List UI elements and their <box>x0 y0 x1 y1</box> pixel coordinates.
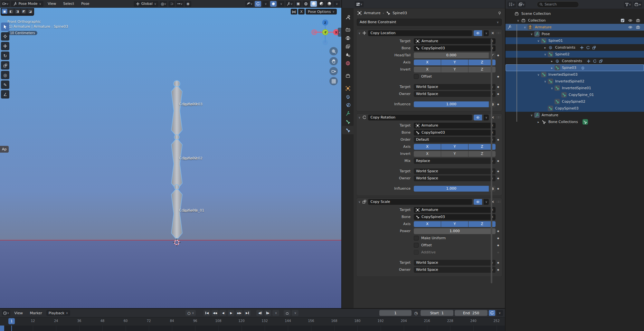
tab-bone-constraint[interactable] <box>342 126 354 134</box>
constraint-extras-button[interactable]: ∨ <box>484 199 489 205</box>
axis-y-button[interactable]: Y <box>441 60 468 65</box>
influence-clear-button[interactable]: ⊗ <box>489 186 496 192</box>
camera-view-button[interactable] <box>329 67 338 75</box>
influence-slider[interactable]: 1.000 <box>414 101 489 107</box>
timeline-menu-view[interactable]: View <box>12 310 26 316</box>
outliner-item-constraints[interactable]: ▸Constraints <box>506 58 644 64</box>
invert-y-button[interactable]: Y <box>441 151 468 157</box>
tab-physics[interactable] <box>342 92 354 101</box>
constraint-extras-button[interactable]: ∨ <box>484 115 489 120</box>
select-mode-invert[interactable]: ◩ <box>21 9 27 14</box>
make-uniform-checkbox[interactable] <box>414 236 419 241</box>
bone-field[interactable]: CopySpine03× <box>414 45 496 51</box>
bone-joint-sphere[interactable] <box>174 184 179 190</box>
owner-space-dropdown[interactable]: World Space∨ <box>414 91 496 97</box>
frame-back-button[interactable]: ◀ <box>256 310 263 316</box>
bone-tip-sphere[interactable] <box>174 80 180 87</box>
chevron-down-icon[interactable]: ∨ <box>522 26 527 29</box>
auto-keying-button[interactable]: ○∨ <box>185 310 196 316</box>
owner-space-dropdown[interactable]: World Space∨ <box>414 267 496 273</box>
chevron-down-icon[interactable]: ∨ <box>549 87 554 90</box>
timeline-track[interactable] <box>0 326 505 331</box>
frame-forward-button[interactable]: ▶ <box>264 310 271 316</box>
chevron-down-icon[interactable]: ∨ <box>543 80 548 83</box>
outliner-filter-id-button[interactable]: ∨ <box>517 2 526 7</box>
playhead-flag[interactable]: 1 <box>8 318 15 324</box>
chevron-down-icon[interactable]: ∨ <box>536 73 541 76</box>
breadcrumb-bone[interactable]: Spine03 <box>393 11 407 15</box>
overlays-toggle[interactable] <box>270 1 277 7</box>
select-mode-subtract[interactable]: ◨ <box>14 9 20 14</box>
mix-dropdown[interactable]: Replace∨ <box>414 158 496 164</box>
axis-x-button[interactable]: X <box>414 221 441 227</box>
jump-to-start-button[interactable]: ◀ <box>204 310 210 316</box>
collapse-chevron-icon[interactable]: ∨ <box>358 32 361 35</box>
bone-spine01[interactable] <box>171 189 182 238</box>
tool-rotate[interactable]: ↻ <box>1 52 9 60</box>
chevron-right-icon[interactable]: ▸ <box>543 46 548 49</box>
shading-solid-button[interactable] <box>310 1 317 7</box>
timeline-menu-playback[interactable]: Playback∨ <box>46 310 71 316</box>
collapse-chevron-icon[interactable]: ∨ <box>358 116 361 119</box>
gizmo-neg-x-axis[interactable] <box>312 30 317 35</box>
disable-render-camera-icon[interactable] <box>636 18 640 23</box>
pivot-point-button[interactable]: ◎∨ <box>160 1 167 7</box>
shading-wireframe-button[interactable] <box>303 1 309 7</box>
checkbox-icon[interactable] <box>620 18 625 23</box>
constraint-enable-eye-button[interactable] <box>474 30 482 36</box>
influence-slider[interactable]: 1.000 <box>414 186 489 192</box>
gizmo-dropdown[interactable]: ∨ <box>262 1 269 7</box>
outliner-item-copyspine-01[interactable]: CopySpine_01 <box>506 91 644 98</box>
menu-select[interactable]: Select <box>60 1 77 6</box>
tool-measure[interactable]: ∠ <box>1 90 9 99</box>
outliner-item-copyspine03[interactable]: CopySpine03 <box>506 105 644 112</box>
tab-constraint[interactable] <box>342 101 354 109</box>
timeline-editor-type-button[interactable]: ∨ <box>2 310 10 316</box>
timeline-ruler[interactable]: 1 12243648607284961081201321441561681801… <box>0 317 505 326</box>
additive-checkbox[interactable] <box>414 250 419 255</box>
next-keyframe-button[interactable]: ◆▶ <box>236 310 242 316</box>
playhead-line[interactable] <box>11 326 12 331</box>
gizmo-toggle[interactable] <box>255 1 261 7</box>
select-mode-extend[interactable]: ◧ <box>8 9 14 14</box>
chevron-down-icon[interactable]: ∨ <box>536 39 541 43</box>
invert-x-button[interactable]: X <box>414 67 441 72</box>
bone-spine02[interactable] <box>171 139 182 188</box>
play-button[interactable]: ▶ <box>228 310 234 316</box>
axis-x-button[interactable]: X <box>414 144 441 150</box>
new-collection-button[interactable]: + <box>633 2 642 7</box>
cscale-icon[interactable] <box>599 59 603 63</box>
outliner-item-spine01[interactable]: ∨Spine01 <box>506 37 644 44</box>
tool-select-box[interactable] <box>1 23 9 31</box>
outliner-search-input[interactable]: Search <box>537 1 579 8</box>
proportional-edit-button[interactable]: ◉ <box>185 1 191 7</box>
constraint-enable-eye-button[interactable] <box>474 115 482 120</box>
chevron-down-icon[interactable]: ∨ <box>529 33 534 36</box>
sync-dropdown[interactable]: ∨ <box>497 310 503 316</box>
disable-render-camera-icon[interactable] <box>636 25 640 29</box>
order-dropdown[interactable]: Default∨ <box>414 137 496 143</box>
viewport-3d[interactable]: CopySpine03Spine03 CopySpine02Spine02 Co… <box>0 0 341 308</box>
hide-eye-icon[interactable] <box>628 25 632 29</box>
outliner-item-invertedspine03[interactable]: ∨InvertedSpine03 <box>506 71 644 78</box>
start-frame-field[interactable]: Start1 <box>421 310 453 316</box>
constraint-enable-eye-button[interactable] <box>474 199 482 205</box>
snap-magnet-button[interactable]: ⊃ <box>168 1 175 7</box>
offset-checkbox[interactable] <box>414 243 419 248</box>
constraint-close-button[interactable]: ✕ <box>490 31 495 35</box>
crot-icon[interactable] <box>593 59 597 63</box>
panel-copy-location-header[interactable]: ∨ Copy Location ∨ ✕ ∷∷ <box>356 29 502 37</box>
xray-toggle[interactable]: ▣ <box>295 1 301 7</box>
pin-icon[interactable] <box>497 11 502 15</box>
bone-field[interactable]: CopySpine03× <box>414 130 496 136</box>
outliner-item-spine03[interactable]: ▸Spine03 <box>506 64 644 71</box>
snap-target-button[interactable]: ⊶∨ <box>176 1 184 7</box>
overlays-dropdown[interactable]: ∨ <box>278 1 284 7</box>
properties-editor-type-button[interactable]: ∨ <box>355 1 364 7</box>
keying-set-button[interactable] <box>284 310 290 316</box>
tab-viewlayer[interactable] <box>342 42 354 51</box>
bone-collection-badge-icon[interactable] <box>582 119 588 125</box>
navigation-gizmo[interactable]: Z X -Y <box>310 17 341 48</box>
target-field[interactable]: Armature× <box>414 123 496 128</box>
cloc-icon[interactable] <box>580 46 584 50</box>
